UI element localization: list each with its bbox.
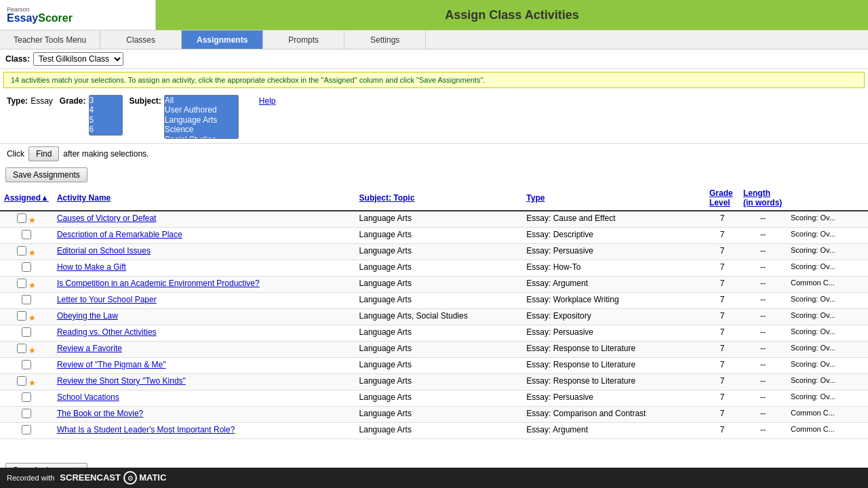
grade-cell: 7 [705,342,739,358]
assigned-checkbox[interactable] [22,230,31,239]
scoring-cell: Scoring: Ov... [787,309,868,325]
table-row: The Book or the Movie?Language ArtsEssay… [0,407,868,423]
table-row: ★Review a FavoriteLanguage ArtsEssay: Re… [0,342,868,358]
filter-area: Type: Essay Grade: 3 4 5 6 7 Subject: Al… [0,91,868,144]
subject-cell: Language Arts [355,407,523,423]
page-title: Assign Class Activities [445,8,578,22]
subject-cell: Language Arts [355,390,523,407]
table-row: ★Causes of Victory or DefeatLanguage Art… [0,211,868,228]
activity-name-link[interactable]: Obeying the Law [57,311,118,321]
activity-name-link[interactable]: Review a Favorite [57,344,122,353]
help-link[interactable]: Help [259,96,276,106]
activity-name-cell: Causes of Victory or Defeat [53,211,355,228]
subject-select[interactable]: All User Authored Language Arts Science … [164,95,239,139]
activity-name-cell: Letter to Your School Paper [53,293,355,309]
table-row: ★Review the Short Story "Two Kinds"Langu… [0,374,868,390]
length-cell: -- [739,407,787,423]
star-icon: ★ [26,281,36,290]
activity-name-link[interactable]: Is Competition in an Academic Environmen… [57,279,260,288]
assigned-cell: ★ [0,277,53,293]
activity-name-cell: What Is a Student Leader's Most Importan… [53,423,355,439]
nav-classes[interactable]: Classes [100,30,182,49]
grade-cell: 7 [705,293,739,309]
subject-cell: Language Arts [355,244,523,260]
nav-teacher-tools[interactable]: Teacher Tools Menu [0,30,100,49]
grade-select[interactable]: 3 4 5 6 7 [89,95,123,136]
assigned-checkbox[interactable] [17,246,26,256]
length-cell: -- [739,325,787,342]
th-subject-topic-label[interactable]: Subject: Topic [359,193,415,203]
length-cell: -- [739,260,787,277]
class-bar: Class: Test Gilkilson Class [0,49,868,69]
activity-name-link[interactable]: What Is a Student Leader's Most Importan… [57,425,235,434]
th-length-label[interactable]: Length(in words) [743,188,782,207]
subject-cell: Language Arts [355,325,523,342]
type-cell: Essay: Persuasive [522,390,705,407]
activity-name-link[interactable]: School Vacations [57,392,119,402]
assigned-cell [0,423,53,439]
assigned-cell [0,358,53,374]
subject-cell: Language Arts [355,374,523,390]
type-cell: Essay: Cause and Effect [522,211,705,228]
activity-name-link[interactable]: Review of "The Pigman & Me" [57,360,166,369]
th-length: Length(in words) [739,186,787,211]
activity-name-link[interactable]: Review the Short Story "Two Kinds" [57,376,186,386]
activity-name-link[interactable]: Reading vs. Other Activities [57,327,157,337]
length-cell: -- [739,211,787,228]
assigned-checkbox[interactable] [17,344,26,353]
scoring-cell: Scoring: Ov... [787,358,868,374]
assigned-checkbox[interactable] [22,327,31,337]
type-value: Essay [31,96,53,106]
scoring-cell: Scoring: Ov... [787,390,868,407]
nav-prompts[interactable]: Prompts [263,30,344,49]
grade-cell: 7 [705,211,739,228]
save-assignments-top-button[interactable]: Save Assignments [5,167,87,182]
assigned-checkbox[interactable] [22,360,31,369]
th-assigned-label[interactable]: Assigned▲ [4,193,49,203]
activity-name-link[interactable]: Causes of Victory or Defeat [57,214,157,223]
star-icon: ★ [26,378,36,388]
th-type-label[interactable]: Type [526,193,545,203]
scoring-cell: Scoring: Ov... [787,244,868,260]
assigned-checkbox[interactable] [17,279,26,288]
class-select[interactable]: Test Gilkilson Class [33,52,123,66]
star-icon: ★ [26,248,36,258]
type-cell: Essay: Comparison and Contrast [522,407,705,423]
activity-name-link[interactable]: Editorial on School Issues [57,246,151,256]
assigned-cell [0,293,53,309]
assigned-checkbox[interactable] [17,311,26,321]
activity-name-link[interactable]: How to Make a Gift [57,262,126,272]
find-prefix-label: Click [7,149,24,159]
find-button[interactable]: Find [28,146,59,161]
th-grade-label[interactable]: GradeLevel [709,188,733,207]
type-cell: Essay: Workplace Writing [522,293,705,309]
nav-bar: Teacher Tools Menu Classes Assignments P… [0,30,868,49]
length-cell: -- [739,342,787,358]
grade-label: Grade: [60,96,86,106]
assigned-checkbox[interactable] [22,425,31,434]
assigned-checkbox[interactable] [22,392,31,402]
nav-settings[interactable]: Settings [344,30,426,49]
assigned-cell [0,407,53,423]
activity-name-link[interactable]: Description of a Remarkable Place [57,230,182,239]
th-grade: GradeLevel [705,186,739,211]
assigned-checkbox[interactable] [17,214,26,223]
table-container: Assigned▲ Activity Name Subject: Topic T… [0,186,868,439]
scoring-cell: Scoring: Ov... [787,374,868,390]
star-icon: ★ [26,216,36,225]
length-cell: -- [739,293,787,309]
essayscorer-logo: EssayScorer [7,13,73,24]
assigned-checkbox[interactable] [17,376,26,386]
length-cell: -- [739,423,787,439]
activity-name-link[interactable]: Letter to Your School Paper [57,295,157,304]
activity-name-link[interactable]: The Book or the Movie? [57,409,143,418]
nav-assignments[interactable]: Assignments [182,30,263,49]
scoring-cell: Common C... [787,423,868,439]
scoring-cell: Common C... [787,407,868,423]
assigned-checkbox[interactable] [22,295,31,304]
table-row: ★Is Competition in an Academic Environme… [0,277,868,293]
table-row: School VacationsLanguage ArtsEssay: Pers… [0,390,868,407]
th-activity-name-label[interactable]: Activity Name [57,193,111,203]
assigned-checkbox[interactable] [22,262,31,272]
assigned-checkbox[interactable] [22,409,31,418]
